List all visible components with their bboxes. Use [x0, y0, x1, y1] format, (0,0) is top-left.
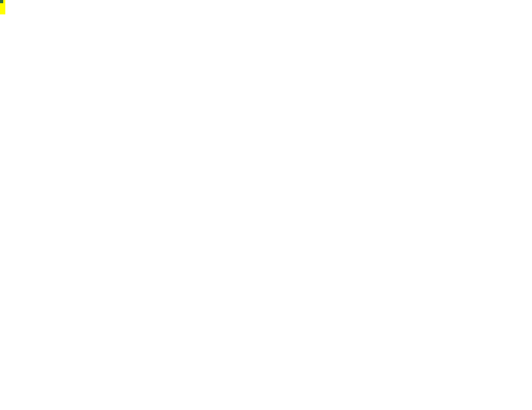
expected-output-label: [0, 0, 5, 14]
